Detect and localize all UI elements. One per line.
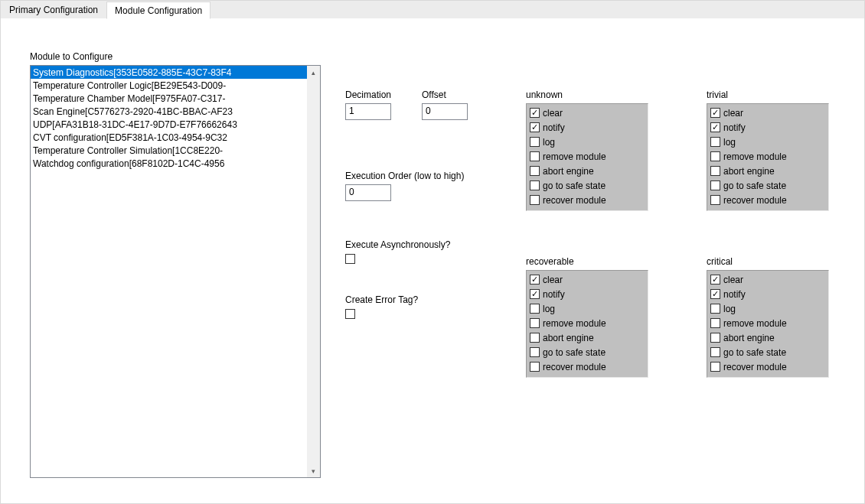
option-label: log (543, 137, 555, 148)
option-row: remove module (530, 149, 645, 164)
option-row: log (530, 301, 645, 316)
trivial-abort-engine-checkbox[interactable] (710, 166, 720, 176)
critical-clear-checkbox[interactable] (710, 275, 720, 285)
recoverable-log-checkbox[interactable] (530, 304, 540, 314)
critical-recover-module-checkbox[interactable] (710, 362, 720, 372)
option-label: recover module (543, 195, 606, 206)
trivial-log-checkbox[interactable] (710, 137, 720, 147)
recoverable-recover-module-checkbox[interactable] (530, 362, 540, 372)
option-row: log (530, 135, 645, 149)
option-label: notify (723, 289, 746, 300)
recoverable-remove-module-checkbox[interactable] (530, 318, 540, 328)
offset-label: Offset (422, 89, 446, 100)
option-label: clear (543, 275, 563, 285)
option-label: log (543, 304, 555, 314)
option-label: recover module (723, 362, 787, 372)
option-row: clear (710, 272, 825, 287)
critical-remove-module-checkbox[interactable] (710, 318, 720, 328)
unknown-remove-module-checkbox[interactable] (530, 151, 540, 161)
list-item[interactable]: Scan Engine[C5776273-2920-41BC-BBAC-AF23 (31, 105, 307, 118)
list-item[interactable]: System Diagnostics[353E0582-885E-43C7-83… (31, 66, 307, 79)
tab-content: Module to Configure System Diagnostics[3… (1, 19, 864, 502)
tab-primary-configuration[interactable]: Primary Configuration (1, 1, 106, 18)
trivial-go-to-safe-state-checkbox[interactable] (710, 180, 720, 190)
trivial-clear-checkbox[interactable] (710, 108, 720, 118)
unknown-log-checkbox[interactable] (530, 137, 540, 147)
create-error-tag-label: Create Error Tag? (345, 294, 418, 305)
option-row: notify (530, 287, 645, 301)
option-row: notify (530, 120, 645, 135)
option-row: notify (710, 120, 825, 135)
option-row: abort engine (530, 164, 645, 178)
option-label: abort engine (543, 166, 594, 177)
option-label: go to safe state (723, 347, 786, 358)
list-item[interactable]: UDP[AFA31B18-31DC-4E17-9D7D-E7F76662643 (31, 118, 307, 131)
option-label: notify (543, 289, 565, 300)
option-label: abort engine (543, 333, 594, 343)
option-label: go to safe state (543, 180, 606, 191)
unknown-go-to-safe-state-checkbox[interactable] (530, 180, 540, 190)
unknown-notify-checkbox[interactable] (530, 122, 540, 132)
recoverable-abort-engine-checkbox[interactable] (530, 333, 540, 343)
group-critical: clearnotifylogremove moduleabort engineg… (707, 270, 829, 378)
list-item[interactable]: Temperature Chamber Model[F975FA07-C317- (31, 92, 307, 105)
config-window: Primary Configuration Module Configurati… (0, 0, 865, 504)
option-row: clear (530, 106, 645, 120)
option-row: recover module (710, 359, 825, 374)
option-label: go to safe state (543, 347, 606, 358)
trivial-notify-checkbox[interactable] (710, 122, 720, 132)
option-row: remove module (530, 316, 645, 330)
list-item[interactable]: CVT configuration[ED5F381A-1C03-4954-9C3… (31, 131, 307, 144)
group-unknown-label: unknown (526, 89, 563, 100)
trivial-recover-module-checkbox[interactable] (710, 195, 720, 205)
option-label: log (723, 304, 736, 314)
scroll-up-icon[interactable]: ▴ (307, 66, 320, 79)
option-label: clear (723, 108, 743, 119)
module-listbox[interactable]: System Diagnostics[353E0582-885E-43C7-83… (30, 65, 321, 478)
option-label: abort engine (723, 166, 775, 177)
scroll-down-icon[interactable]: ▾ (307, 464, 320, 477)
execution-order-label: Execution Order (low to high) (345, 171, 464, 181)
group-recoverable: clearnotifylogremove moduleabort engineg… (526, 270, 648, 378)
list-item[interactable]: Watchdog configuration[68F8102D-1C4C-495… (31, 157, 307, 170)
option-row: log (710, 135, 825, 149)
execute-async-checkbox[interactable] (345, 254, 355, 264)
unknown-recover-module-checkbox[interactable] (530, 195, 540, 205)
option-row: remove module (710, 149, 825, 164)
option-row: remove module (710, 316, 825, 330)
create-error-tag-checkbox[interactable] (345, 309, 355, 319)
option-row: clear (530, 272, 645, 287)
critical-log-checkbox[interactable] (710, 304, 720, 314)
tab-module-configuration[interactable]: Module Configuration (106, 2, 211, 19)
option-label: clear (723, 275, 743, 285)
unknown-abort-engine-checkbox[interactable] (530, 166, 540, 176)
option-label: remove module (723, 318, 787, 329)
option-label: go to safe state (723, 180, 786, 191)
trivial-remove-module-checkbox[interactable] (710, 151, 720, 161)
decimation-input[interactable]: 1 (345, 103, 391, 120)
option-row: recover module (710, 193, 825, 207)
list-item[interactable]: Temperature Controller Logic[BE29E543-D0… (31, 79, 307, 92)
tabstrip: Primary Configuration Module Configurati… (1, 1, 864, 19)
module-list-scrollbar[interactable]: ▴ ▾ (307, 66, 320, 477)
option-row: log (710, 301, 825, 316)
execution-order-input[interactable]: 0 (345, 184, 391, 201)
list-item[interactable]: Temperature Controller Simulation[1CC8E2… (31, 144, 307, 157)
recoverable-clear-checkbox[interactable] (530, 275, 540, 285)
unknown-clear-checkbox[interactable] (530, 108, 540, 118)
module-list-label: Module to Configure (30, 51, 113, 62)
recoverable-notify-checkbox[interactable] (530, 289, 540, 299)
critical-abort-engine-checkbox[interactable] (710, 333, 720, 343)
offset-input[interactable]: 0 (422, 103, 468, 120)
group-trivial-label: trivial (707, 89, 728, 100)
group-recoverable-label: recoverable (526, 256, 574, 267)
option-label: abort engine (723, 333, 775, 343)
option-label: clear (543, 108, 563, 119)
option-row: abort engine (710, 330, 825, 345)
option-label: recover module (543, 362, 606, 372)
recoverable-go-to-safe-state-checkbox[interactable] (530, 347, 540, 357)
option-row: abort engine (530, 330, 645, 345)
critical-notify-checkbox[interactable] (710, 289, 720, 299)
critical-go-to-safe-state-checkbox[interactable] (710, 347, 720, 357)
option-row: clear (710, 106, 825, 120)
